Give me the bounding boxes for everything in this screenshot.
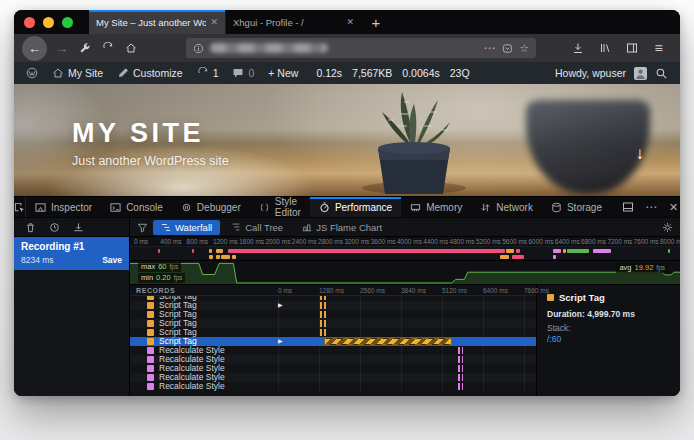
record-waterfall-cell[interactable]: [276, 382, 536, 391]
page-actions-icon[interactable]: ⋯: [483, 41, 496, 55]
waterfall-mark[interactable]: [458, 347, 463, 354]
forward-button[interactable]: →: [50, 37, 73, 59]
waterfall-mark[interactable]: [320, 311, 326, 318]
wp-new-button[interactable]: + New: [268, 67, 298, 79]
wp-customize[interactable]: Customize: [117, 67, 183, 79]
framerate-graph[interactable]: max60fps min0.20fps avg19.92fps: [130, 261, 680, 285]
home-button[interactable]: [119, 37, 142, 59]
devtools-tab-inspector[interactable]: Inspector: [26, 197, 101, 217]
view-button-js-flame-chart[interactable]: JS Flame Chart: [294, 220, 390, 235]
sidebar-button[interactable]: [620, 37, 643, 59]
close-window-button[interactable]: [24, 17, 35, 28]
record-row[interactable]: Recalculate Style: [130, 364, 536, 373]
view-button-call-tree[interactable]: Call Tree: [223, 220, 291, 235]
gear-icon[interactable]: [662, 222, 673, 233]
devtools-menu-icon[interactable]: ⋯: [645, 200, 658, 214]
clear-recordings-icon[interactable]: [25, 222, 36, 233]
browser-tab[interactable]: My Site – Just another WordPress s ✕: [89, 10, 225, 34]
devtools-close-icon[interactable]: ✕: [669, 201, 678, 214]
library-button[interactable]: [593, 37, 616, 59]
save-recording-link[interactable]: Save: [102, 255, 122, 265]
avatar[interactable]: [634, 67, 647, 80]
record-row[interactable]: Script Tag: [130, 310, 536, 319]
minimize-window-button[interactable]: [43, 17, 54, 28]
record-row[interactable]: Recalculate Style: [130, 382, 536, 391]
waterfall-mark[interactable]: [458, 374, 463, 381]
record-row[interactable]: Recalculate Style: [130, 346, 536, 355]
record-waterfall-cell[interactable]: [276, 328, 536, 337]
recording-item[interactable]: Recording #1 8234 ms Save: [14, 237, 129, 270]
pick-element-icon: [14, 202, 25, 213]
devtools-tab-performance[interactable]: Performance: [310, 197, 401, 217]
wp-updates[interactable]: 1: [197, 67, 219, 79]
waterfall-mark[interactable]: [320, 296, 326, 300]
waterfall-mark[interactable]: [458, 365, 463, 372]
pick-element-button[interactable]: [14, 197, 26, 217]
wp-stat[interactable]: 0.0064s: [402, 67, 439, 79]
record-waterfall-cell[interactable]: [276, 319, 536, 328]
back-button[interactable]: ←: [22, 36, 47, 61]
devtools-tab-memory[interactable]: Memory: [401, 197, 471, 217]
new-tab-button[interactable]: +: [361, 10, 391, 34]
devtools-tab-style-editor[interactable]: Style Editor: [250, 197, 310, 217]
menu-button[interactable]: ≡: [647, 37, 670, 59]
expand-arrow-icon[interactable]: ▶: [278, 337, 283, 346]
waterfall-mark[interactable]: [320, 302, 326, 309]
filter-icon[interactable]: [137, 222, 148, 233]
record-waterfall-cell[interactable]: [276, 310, 536, 319]
waterfall-bar[interactable]: [324, 338, 452, 345]
tab-close-icon[interactable]: ✕: [346, 17, 354, 27]
record-waterfall-cell[interactable]: ▶: [276, 301, 536, 310]
view-button-waterfall[interactable]: Waterfall: [153, 220, 220, 235]
devtools-tab-console[interactable]: Console: [101, 197, 172, 217]
zoom-window-button[interactable]: [62, 17, 73, 28]
wrench-button[interactable]: [73, 37, 96, 59]
record-icon[interactable]: [49, 222, 60, 233]
detail-stack-link[interactable]: /:60: [547, 334, 670, 344]
wp-my-site[interactable]: My Site: [52, 67, 103, 79]
fps-avg-label: avg19.92fps: [616, 263, 668, 273]
scroll-down-arrow[interactable]: ↓: [636, 144, 645, 164]
url-bar[interactable]: ⋯ ☆: [186, 38, 536, 58]
records-list: Script Tag Script Tag ▶: [130, 296, 536, 396]
record-row[interactable]: Script Tag: [130, 328, 536, 337]
record-waterfall-cell[interactable]: [276, 355, 536, 364]
pocket-icon[interactable]: [502, 43, 513, 54]
wordpress-logo-icon[interactable]: [26, 67, 38, 79]
devtools-tab-network[interactable]: Network: [471, 197, 542, 217]
wp-comments[interactable]: 0: [232, 67, 254, 79]
record-waterfall-cell[interactable]: [276, 346, 536, 355]
waterfall-mark[interactable]: [320, 329, 326, 336]
search-icon[interactable]: [655, 67, 668, 80]
waterfall-mark[interactable]: [320, 320, 326, 327]
expand-arrow-icon[interactable]: ▶: [278, 301, 283, 310]
record-waterfall-cell[interactable]: [276, 364, 536, 373]
overview-markers[interactable]: [130, 247, 680, 261]
record-waterfall-cell[interactable]: ▶: [276, 337, 536, 346]
bookmark-star-icon[interactable]: ☆: [519, 42, 529, 55]
overview-ruler[interactable]: 0 ms400 ms800 ms1200 ms1600 ms2000 ms240…: [130, 237, 680, 247]
record-row[interactable]: Script Tag ▶: [130, 301, 536, 310]
devtools-tab-debugger[interactable]: Debugger: [172, 197, 250, 217]
memory-icon: [410, 202, 421, 213]
devtools-tab-storage[interactable]: Storage: [542, 197, 611, 217]
tab-close-icon[interactable]: ✕: [210, 17, 218, 27]
waterfall-mark[interactable]: [458, 356, 463, 363]
record-row[interactable]: Recalculate Style: [130, 373, 536, 382]
wp-howdy[interactable]: Howdy, wpuser: [555, 67, 626, 79]
record-row[interactable]: Recalculate Style: [130, 355, 536, 364]
browser-tab[interactable]: Xhgui - Profile - / ✕: [225, 10, 361, 34]
record-row[interactable]: Script Tag: [130, 319, 536, 328]
site-info-icon[interactable]: [193, 43, 204, 54]
wp-stat[interactable]: 7,567KB: [352, 67, 392, 79]
downloads-button[interactable]: [566, 37, 589, 59]
dock-icon[interactable]: [622, 201, 634, 213]
reload-button[interactable]: [96, 37, 119, 59]
import-recording-icon[interactable]: [73, 222, 84, 233]
waterfall-mark[interactable]: [458, 383, 463, 390]
browser-window: My Site – Just another WordPress s ✕ Xhg…: [14, 10, 680, 396]
record-row[interactable]: Script Tag ▶: [130, 337, 536, 346]
wp-stat[interactable]: 23Q: [450, 67, 470, 79]
wp-stat[interactable]: 0.12s: [316, 67, 342, 79]
record-waterfall-cell[interactable]: [276, 373, 536, 382]
